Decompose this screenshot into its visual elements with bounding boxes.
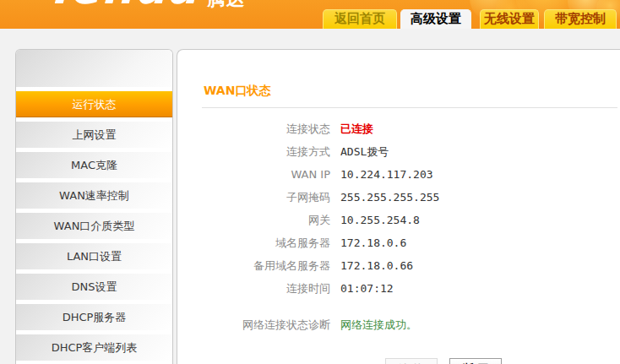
top-nav-tabs: 返回首页 高级设置 无线设置 带宽控制 [323, 9, 617, 29]
gateway-value: 10.255.254.8 [340, 214, 420, 226]
row-label: 连接状态 [177, 122, 330, 137]
tab-advanced-settings[interactable]: 高级设置 [400, 9, 471, 29]
sidebar-item-wan-speed-control[interactable]: WAN速率控制 [16, 182, 172, 209]
connect-button[interactable]: 连 接 [385, 358, 438, 364]
main-content-panel: WAN口状态 连接状态 已连接 连接方式 ADSL拨号 WAN IP 10.22… [177, 49, 620, 364]
sidebar-menu: 运行状态 上网设置 MAC克隆 WAN速率控制 WAN口介质类型 LAN口设置 … [15, 49, 173, 364]
sidebar-header [16, 50, 172, 87]
row-label: 连接方式 [177, 144, 330, 160]
row-gateway: 网关 10.255.254.8 [177, 209, 620, 231]
row-dns-server: 域名服务器 172.18.0.6 [177, 231, 620, 254]
sidebar-item-internet-settings[interactable]: 上网设置 [16, 122, 172, 148]
tenda-logo: Tenda 腾达 [44, 0, 264, 11]
sidebar-item-running-status[interactable]: 运行状态 [16, 91, 172, 117]
wan-ip-value: 10.224.117.203 [340, 168, 433, 181]
dns-server-value: 172.18.0.6 [340, 236, 406, 249]
backup-dns-server-value: 172.18.0.66 [340, 259, 413, 272]
sidebar-item-wan-medium-type[interactable]: WAN口介质类型 [16, 213, 172, 239]
row-network-diagnosis: 网络连接状态诊断 网络连接成功。 [177, 313, 620, 336]
subnet-mask-value: 255.255.255.255 [340, 191, 439, 204]
tab-bandwidth-control[interactable]: 带宽控制 [544, 9, 617, 29]
tenda-logo-text: Tenda [44, 0, 199, 10]
row-connection-status: 连接状态 已连接 [177, 117, 620, 140]
row-label: 域名服务器 [177, 236, 330, 251]
connection-time-value: 01:07:12 [340, 282, 394, 295]
row-label: 备用域名服务器 [177, 258, 330, 274]
wan-status-rows: 连接状态 已连接 连接方式 ADSL拨号 WAN IP 10.224.117.2… [177, 117, 620, 336]
row-label: 连接时间 [177, 281, 330, 296]
router-admin-page: Tenda 腾达 返回首页 高级设置 无线设置 带宽控制 运行状态 上网设置 M… [0, 0, 620, 364]
row-connection-mode: 连接方式 ADSL拨号 [177, 140, 620, 163]
tab-wireless-settings[interactable]: 无线设置 [480, 9, 539, 29]
disconnect-button[interactable]: 断 开 [449, 358, 502, 364]
sidebar-item-dns-settings[interactable]: DNS设置 [16, 274, 172, 300]
tenda-logo-chinese: 腾达 [207, 0, 244, 8]
row-label: 网络连接状态诊断 [177, 318, 330, 333]
row-connection-time: 连接时间 01:07:12 [177, 277, 620, 300]
diagnosis-result-value: 网络连接成功。 [340, 318, 417, 333]
row-backup-dns-server: 备用域名服务器 172.18.0.66 [177, 254, 620, 277]
action-buttons: 连 接 断 开 [385, 358, 620, 364]
connection-mode-value: ADSL拨号 [340, 144, 389, 160]
sidebar-item-dhcp-client-list[interactable]: DHCP客户端列表 [16, 334, 172, 361]
sidebar-item-dhcp-server[interactable]: DHCP服务器 [16, 304, 172, 330]
row-wan-ip: WAN IP 10.224.117.203 [177, 163, 620, 186]
connection-status-value: 已连接 [340, 122, 373, 137]
tab-home[interactable]: 返回首页 [323, 9, 397, 29]
row-label: 子网掩码 [177, 190, 330, 205]
sidebar-item-mac-clone[interactable]: MAC克隆 [16, 152, 172, 178]
page-title: WAN口状态 [204, 84, 620, 99]
title-divider [202, 107, 617, 108]
row-label: WAN IP [177, 168, 330, 181]
row-label: 网关 [177, 213, 330, 228]
sidebar-item-lan-settings[interactable]: LAN口设置 [16, 243, 172, 269]
row-subnet-mask: 子网掩码 255.255.255.255 [177, 186, 620, 209]
